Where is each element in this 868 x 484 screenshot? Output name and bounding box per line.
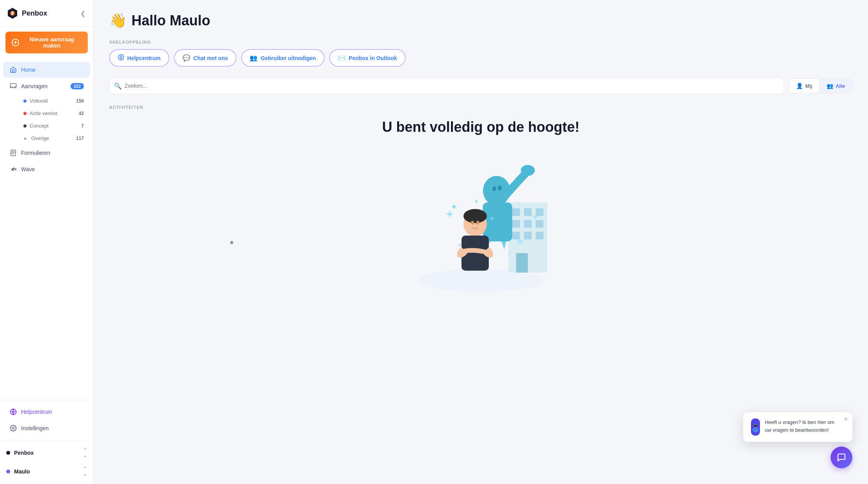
outlook-ql-icon: ✉️	[338, 54, 346, 62]
chevron-updown-icon: ⌃⌄	[83, 447, 87, 458]
wave-emoji: 👋	[109, 12, 127, 29]
user-penbox-left: Penbox	[6, 450, 34, 456]
mij-icon: 👤	[796, 83, 803, 89]
voltooid-label: Voltooid	[30, 98, 48, 104]
voltooid-badge: 156	[76, 98, 84, 104]
sub-nav: Voltooid 156 Actie vereist 42 Concept 7 …	[0, 95, 93, 144]
new-request-label: Nieuwe aanvraag maken	[22, 36, 82, 49]
chat-fab-icon	[837, 453, 846, 462]
activities-title: ACTIVITEITEN	[109, 105, 852, 110]
filter-mij-label: Mij	[805, 83, 812, 89]
globe-icon	[9, 408, 17, 416]
sidebar-item-formulieren-label: Formulieren	[21, 150, 50, 156]
quick-link-gebruiker[interactable]: 👥 Gebruiker uitnodigen	[241, 49, 325, 67]
quick-link-helpcentrum[interactable]: ⓪ Helpcentrum	[109, 49, 169, 67]
user-penbox-label: Penbox	[14, 450, 34, 456]
chevron-updown-icon-2: ⌃⌄	[83, 466, 87, 477]
svg-rect-2	[11, 12, 14, 12]
inbox-icon	[9, 82, 17, 90]
file-icon	[9, 149, 17, 157]
home-icon	[9, 66, 17, 74]
helpcentrum-ql-icon: ⓪	[118, 54, 124, 62]
all-good-title: U bent volledig op de hoogte!	[109, 119, 852, 135]
sidebar-item-home[interactable]: Home	[3, 62, 90, 78]
page-title: Hallo Maulo	[131, 12, 210, 29]
chat-ql-icon: 💬	[183, 54, 190, 62]
quick-link-chat[interactable]: 💬 Chat met ons	[174, 49, 237, 67]
user-maulo-label: Maulo	[14, 468, 30, 475]
svg-rect-4	[11, 14, 13, 15]
sidebar-item-wave[interactable]: Wave	[3, 161, 90, 177]
sidebar-item-instellingen[interactable]: Instellingen	[3, 420, 90, 436]
chat-fab-button[interactable]	[831, 447, 852, 468]
nav-section: Home Aanvragen 322 Voltooid 156 Actie ve	[0, 58, 93, 400]
svg-rect-20	[536, 208, 543, 216]
sidebar: Penbox ❮ + Nieuwe aanvraag maken Home	[0, 0, 94, 484]
svg-point-29	[492, 186, 496, 191]
new-request-button[interactable]: + Nieuwe aanvraag maken	[5, 32, 88, 53]
sidebar-item-wave-label: Wave	[21, 166, 35, 172]
sidebar-item-concept[interactable]: Concept 7	[6, 120, 90, 132]
svg-rect-19	[524, 208, 532, 216]
svg-rect-3	[11, 13, 14, 14]
search-bar-row: 🔍 👤 Mij 👥 Alle	[109, 78, 852, 94]
filter-alle-button[interactable]: 👥 Alle	[820, 79, 852, 93]
chat-popup: Heeft u vragen? Ik ben hier om uw vragen…	[743, 412, 852, 442]
sidebar-footer: Helpcentrum Instellingen	[0, 400, 93, 440]
user-section: Penbox ⌃⌄ Maulo ⌃⌄	[0, 440, 93, 484]
svg-marker-41	[474, 199, 478, 203]
sidebar-item-helpcentrum[interactable]: Helpcentrum	[3, 404, 90, 420]
sidebar-item-home-label: Home	[21, 67, 36, 73]
sidebar-item-aanvragen[interactable]: Aanvragen 322	[3, 78, 90, 94]
user-penbox-dot	[6, 451, 10, 455]
sidebar-item-aanvragen-label: Aanvragen	[21, 83, 48, 89]
overige-expand-icon: ►	[23, 136, 28, 141]
svg-point-35	[471, 221, 474, 225]
svg-rect-18	[512, 208, 520, 216]
svg-rect-24	[512, 232, 520, 239]
user-maulo-dot	[6, 470, 10, 473]
filter-buttons: 👤 Mij 👥 Alle	[789, 78, 852, 93]
sidebar-item-voltooid[interactable]: Voltooid 156	[6, 95, 90, 107]
quick-link-outlook[interactable]: ✉️ Penbox in Outlook	[329, 49, 406, 67]
sidebar-item-actie-vereist[interactable]: Actie vereist 42	[6, 107, 90, 119]
gebruiker-ql-icon: 👥	[250, 54, 257, 62]
quick-link-chat-label: Chat met ons	[193, 55, 228, 61]
svg-point-15	[12, 427, 14, 429]
voltooid-dot	[23, 99, 27, 103]
brand-name: Penbox	[22, 9, 47, 18]
activities-section: ACTIVITEITEN U bent volledig op de hoogt…	[109, 105, 852, 296]
sidebar-item-formulieren[interactable]: Formulieren	[3, 145, 90, 161]
svg-marker-38	[451, 204, 456, 209]
svg-rect-32	[483, 202, 512, 241]
snelkoppeling-label: SNELKOPPELING	[109, 40, 852, 44]
actie-vereist-badge: 42	[79, 111, 84, 116]
actie-vereist-dot	[23, 112, 27, 115]
svg-point-30	[498, 186, 502, 190]
quick-link-outlook-label: Penbox in Outlook	[349, 55, 397, 61]
svg-rect-26	[536, 232, 543, 239]
collapse-sidebar-button[interactable]: ❮	[79, 8, 87, 19]
sidebar-item-overige[interactable]: ► Overige 117	[6, 132, 90, 144]
plus-icon: +	[12, 39, 19, 46]
chat-widget: Heeft u vragen? Ik ben hier om uw vragen…	[743, 412, 852, 468]
agent-avatar-svg	[751, 418, 760, 436]
filter-alle-label: Alle	[836, 83, 845, 89]
svg-rect-46	[753, 428, 758, 432]
aanvragen-badge: 322	[71, 83, 84, 89]
user-item-maulo[interactable]: Maulo ⌃⌄	[0, 462, 93, 481]
chat-popup-text: Heeft u vragen? Ik ben hier om uw vragen…	[765, 418, 845, 434]
filter-mij-button[interactable]: 👤 Mij	[789, 79, 819, 93]
search-input-wrap: 🔍	[109, 78, 784, 94]
logo-area: Penbox	[6, 7, 47, 20]
helpcentrum-label: Helpcentrum	[21, 409, 52, 415]
concept-dot	[23, 124, 27, 128]
user-item-penbox[interactable]: Penbox ⌃⌄	[0, 443, 93, 462]
illustration-area	[109, 148, 852, 296]
svg-point-31	[521, 165, 535, 176]
alle-icon: 👥	[827, 83, 833, 89]
search-input[interactable]	[109, 78, 784, 94]
chat-popup-close-button[interactable]: ×	[844, 416, 848, 422]
overige-badge: 117	[76, 136, 84, 141]
user-maulo-left: Maulo	[6, 468, 30, 475]
